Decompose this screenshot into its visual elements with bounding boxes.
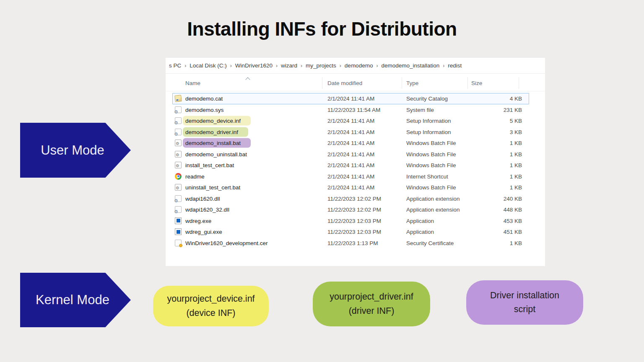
file-type: Setup Information: [406, 118, 451, 124]
callout-install-script: Driver installation script: [466, 280, 583, 325]
file-name: demodemo_driver.inf: [183, 127, 248, 137]
file-size: 3 KB: [467, 129, 522, 135]
file-type: Application: [406, 217, 434, 224]
chevron-right-icon: ›: [300, 63, 303, 69]
file-row[interactable]: ⚙demodemo_install.bat2/1/2024 11:41 AMWi…: [166, 137, 545, 149]
file-type: Windows Batch File: [406, 162, 456, 168]
chevron-right-icon: ›: [229, 63, 233, 69]
file-type: Internet Shortcut: [406, 173, 448, 179]
callout-driver-inf-line1: yourproject_driver.inf: [330, 290, 413, 304]
file-row[interactable]: demodemo.cat2/1/2024 11:41 AMSecurity Ca…: [166, 93, 545, 104]
breadcrumb-item[interactable]: demodemo_installation: [379, 62, 442, 69]
file-size: 1 KB: [467, 240, 522, 246]
file-row[interactable]: wdreg.exe11/22/2023 12:03 PMApplication4…: [166, 215, 545, 227]
file-type: Application extension: [406, 207, 460, 213]
column-divider: [322, 77, 322, 89]
file-row[interactable]: ⚙install_test_cert.bat2/1/2024 11:41 AMW…: [166, 160, 545, 171]
file-type: Security Certificate: [406, 240, 454, 246]
file-row[interactable]: ⚙wdapi1620_32.dll11/22/2023 12:02 PMAppl…: [166, 204, 545, 215]
file-row[interactable]: WinDriver1620_development.cer11/22/2023 …: [166, 238, 545, 249]
file-date-modified: 2/1/2024 11:41 AM: [327, 151, 374, 157]
chevron-right-icon: ›: [375, 63, 379, 69]
file-size: 4 KB: [467, 96, 522, 102]
file-date-modified: 2/1/2024 11:41 AM: [327, 184, 374, 191]
breadcrumb-item[interactable]: redist: [445, 62, 464, 69]
file-row[interactable]: ⚙demodemo_device.inf2/1/2024 11:41 AMSet…: [166, 115, 545, 127]
file-name: wdapi1620_32.dll: [185, 207, 229, 213]
file-row[interactable]: ⚙uninstall_test_cert.bat2/1/2024 11:41 A…: [166, 182, 545, 193]
user-mode-arrow: User Mode: [20, 123, 131, 178]
column-header-type[interactable]: Type: [406, 75, 418, 91]
breadcrumb: s PC›Local Disk (C:)›WinDriver1620›wizar…: [166, 58, 545, 74]
file-name: wdapi1620.dll: [185, 195, 220, 202]
file-date-modified: 11/22/2023 12:03 PM: [327, 229, 381, 235]
system-file-icon: ⚙: [175, 106, 182, 113]
file-size: 1 KB: [467, 173, 522, 179]
file-name: wdreg_gui.exe: [185, 229, 222, 235]
column-header-date-modified[interactable]: Date modified: [327, 75, 362, 91]
file-row[interactable]: ⚙demodemo.sys11/22/2023 11:54 AMSystem f…: [166, 104, 545, 116]
breadcrumb-item[interactable]: s PC: [166, 62, 184, 69]
file-date-modified: 2/1/2024 11:41 AM: [327, 140, 374, 146]
file-size: 1 KB: [467, 184, 522, 191]
chevron-right-icon: ›: [442, 63, 445, 69]
file-date-modified: 11/22/2023 12:02 PM: [327, 195, 381, 202]
setup-information-icon: ⚙: [175, 129, 182, 135]
file-row[interactable]: readme2/1/2024 11:41 AMInternet Shortcut…: [166, 171, 545, 182]
file-name: demodemo.sys: [185, 106, 224, 113]
callout-device-inf: yourproject_device.inf (device INF): [153, 286, 269, 326]
column-header-size[interactable]: Size: [471, 75, 482, 91]
kernel-mode-label: Kernel Mode: [36, 292, 109, 308]
callout-device-inf-line2: (device INF): [186, 306, 235, 320]
column-divider: [519, 77, 519, 89]
file-size: 453 KB: [467, 217, 522, 224]
file-name: uninstall_test_cert.bat: [185, 184, 240, 191]
file-row[interactable]: ⚙wdapi1620.dll11/22/2023 12:02 PMApplica…: [166, 193, 545, 204]
file-type: Application extension: [406, 195, 460, 202]
file-size: 1 KB: [467, 162, 522, 168]
security-certificate-icon: [175, 240, 182, 246]
column-header-row: Name Date modified Type Size: [166, 75, 545, 91]
file-type: Windows Batch File: [406, 151, 456, 157]
chevron-right-icon: ›: [275, 63, 278, 69]
callout-device-inf-line1: yourproject_device.inf: [167, 292, 254, 306]
file-size: 240 KB: [467, 195, 522, 202]
file-type: Security Catalog: [406, 96, 448, 102]
breadcrumb-item[interactable]: wizard: [278, 62, 300, 69]
file-type: Setup Information: [406, 129, 451, 135]
column-divider: [467, 77, 468, 89]
column-header-name[interactable]: Name: [185, 75, 200, 91]
file-date-modified: 11/22/2023 12:02 PM: [327, 207, 381, 213]
file-size: 231 KB: [467, 106, 522, 113]
security-catalog-icon: [174, 95, 182, 102]
file-row[interactable]: wdreg_gui.exe11/22/2023 12:03 PMApplicat…: [166, 226, 545, 238]
file-name: readme: [185, 173, 205, 179]
callout-install-script-line1: Driver installation: [490, 289, 559, 303]
breadcrumb-item[interactable]: demodemo: [342, 62, 376, 69]
file-date-modified: 2/1/2024 11:41 AM: [327, 96, 374, 102]
breadcrumb-item[interactable]: Local Disk (C:): [187, 62, 229, 69]
file-date-modified: 11/22/2023 11:54 AM: [327, 106, 380, 113]
file-name: demodemo_uninstall.bat: [185, 151, 247, 157]
file-type: Windows Batch File: [406, 140, 456, 146]
file-row[interactable]: ⚙demodemo_driver.inf2/1/2024 11:41 AMSet…: [166, 127, 545, 138]
file-date-modified: 11/22/2023 1:13 PM: [327, 240, 378, 246]
file-date-modified: 2/1/2024 11:41 AM: [327, 162, 374, 168]
chevron-right-icon: ›: [184, 63, 187, 69]
file-name: wdreg.exe: [185, 217, 211, 224]
file-size: 1 KB: [467, 151, 522, 157]
file-date-modified: 2/1/2024 11:41 AM: [327, 173, 374, 179]
batch-file-icon: ⚙: [175, 162, 182, 168]
setup-information-icon: ⚙: [175, 117, 182, 124]
file-name: install_test_cert.bat: [185, 162, 234, 168]
file-row[interactable]: ⚙demodemo_uninstall.bat2/1/2024 11:41 AM…: [166, 149, 545, 160]
breadcrumb-item[interactable]: WinDriver1620: [233, 62, 275, 69]
file-explorer-window: s PC›Local Disk (C:)›WinDriver1620›wizar…: [166, 58, 545, 266]
breadcrumb-item[interactable]: my_projects: [303, 62, 339, 69]
callout-driver-inf-line2: (driver INF): [349, 304, 395, 318]
file-name: demodemo_install.bat: [183, 138, 251, 148]
file-size: 451 KB: [467, 229, 522, 235]
file-type: System file: [406, 106, 434, 113]
user-mode-label: User Mode: [41, 143, 104, 158]
file-date-modified: 11/22/2023 12:03 PM: [327, 217, 381, 224]
